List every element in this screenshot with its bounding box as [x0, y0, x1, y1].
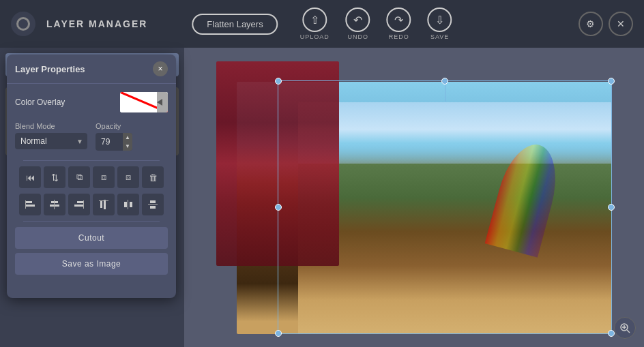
upload-label: UPLOAD	[300, 33, 330, 40]
distribute-h-icon	[123, 199, 134, 210]
app-logo	[11, 12, 35, 36]
svg-rect-17	[99, 200, 108, 201]
send-back-button[interactable]: ⧈	[93, 166, 115, 188]
center-vertical-button[interactable]: ⇅	[44, 166, 65, 188]
align-right-icon	[74, 199, 85, 210]
redo-label: REDO	[389, 33, 409, 40]
handle-bottom-right[interactable]	[608, 330, 615, 337]
close-button[interactable]: ✕	[609, 12, 633, 36]
flatten-layers-button[interactable]: Flatten Layers	[192, 14, 278, 35]
save-icon: ⇩	[428, 7, 452, 32]
settings-button[interactable]: ⚙	[579, 12, 603, 36]
svg-rect-23	[148, 204, 158, 205]
duplicate-button[interactable]: ⧉	[68, 166, 90, 188]
color-swatch-svg	[120, 92, 168, 112]
align-left-icon	[25, 199, 35, 210]
color-overlay-label: Color Overlay	[15, 97, 65, 107]
modal-body: Color Overlay Blend Mode Normal Multiply	[7, 84, 176, 287]
handle-top-center[interactable]	[441, 78, 448, 85]
distribute-v-icon	[147, 199, 158, 210]
svg-rect-21	[150, 200, 156, 203]
align-left-button[interactable]	[19, 194, 41, 215]
align-center-h-button[interactable]	[44, 194, 65, 215]
save-label: SAVE	[430, 33, 449, 40]
distribute-v-button[interactable]	[142, 194, 164, 215]
selection-box	[278, 80, 612, 334]
tool-row-2	[15, 194, 168, 215]
align-right-button[interactable]	[68, 194, 90, 215]
svg-rect-15	[100, 201, 102, 208]
save-as-image-button[interactable]: Save as Image	[15, 253, 168, 275]
tool-row-1: ⏮ ⇅ ⧉ ⧈ ⧇ 🗑	[15, 166, 168, 188]
undo-icon: ↶	[346, 7, 370, 32]
blend-mode-group: Blend Mode Normal Multiply Screen Overla…	[15, 122, 87, 151]
handle-middle-right[interactable]	[608, 204, 615, 211]
svg-rect-13	[74, 205, 84, 207]
opacity-label: Opacity	[96, 122, 121, 130]
divider-2	[23, 221, 160, 222]
skip-back-button[interactable]: ⏮	[19, 166, 41, 188]
svg-rect-6	[25, 201, 32, 203]
svg-rect-8	[25, 200, 26, 209]
svg-rect-19	[130, 202, 132, 207]
distribute-h-button[interactable]	[117, 194, 139, 215]
opacity-input-wrapper: ▲ ▼	[96, 133, 132, 151]
handle-middle-left[interactable]	[275, 204, 282, 211]
redo-button[interactable]: ↷ REDO	[387, 7, 411, 40]
canvas-inner	[216, 61, 612, 334]
top-center-toolbar: Flatten Layers ⇧ UPLOAD ↶ UNDO ↷ REDO ⇩ …	[192, 7, 452, 40]
divider-1	[23, 160, 160, 161]
zoom-button[interactable]	[614, 317, 636, 339]
blend-mode-select[interactable]: Normal Multiply Screen Overlay Darken Li…	[15, 133, 87, 149]
svg-rect-20	[128, 200, 128, 209]
svg-line-25	[627, 330, 630, 333]
svg-rect-18	[124, 202, 127, 207]
upload-button[interactable]: ⇧ UPLOAD	[300, 7, 330, 40]
svg-rect-12	[77, 201, 84, 203]
opacity-group: Opacity ▲ ▼	[96, 122, 168, 151]
handle-bottom-left[interactable]	[275, 330, 282, 337]
svg-rect-11	[54, 200, 55, 209]
cutout-button[interactable]: Cutout	[15, 227, 168, 249]
svg-rect-7	[25, 205, 35, 207]
opacity-up-button[interactable]: ▲	[123, 133, 132, 142]
app-logo-inner	[16, 17, 30, 31]
opacity-arrows: ▲ ▼	[123, 133, 132, 151]
top-bar: LAYER MANAGER Flatten Layers ⇧ UPLOAD ↶ …	[0, 0, 644, 48]
top-right-buttons: ⚙ ✕	[579, 12, 633, 36]
redo-icon: ↷	[387, 7, 411, 32]
color-overlay-row: Color Overlay	[15, 92, 168, 112]
toolbar-icons: ⇧ UPLOAD ↶ UNDO ↷ REDO ⇩ SAVE	[300, 7, 452, 40]
modal-title: Layer Properties	[15, 64, 85, 74]
opacity-input[interactable]	[96, 134, 123, 150]
canvas-area	[184, 48, 644, 347]
modal-close-button[interactable]: ×	[153, 61, 168, 76]
svg-rect-16	[104, 200, 106, 209]
bring-front-button[interactable]: ⧇	[117, 166, 139, 188]
svg-rect-22	[150, 206, 156, 209]
opacity-down-button[interactable]: ▼	[123, 142, 132, 151]
color-swatch[interactable]	[120, 92, 168, 112]
align-top-icon	[98, 199, 109, 210]
blend-mode-label: Blend Mode	[15, 122, 87, 130]
layer-properties-modal: Layer Properties × Color Overlay Blend M…	[7, 55, 176, 298]
blend-opacity-row: Blend Mode Normal Multiply Screen Overla…	[15, 122, 168, 151]
handle-top-right[interactable]	[608, 78, 615, 85]
zoom-icon	[619, 322, 631, 334]
align-center-h-icon	[49, 199, 60, 210]
save-button[interactable]: ⇩ SAVE	[428, 7, 452, 40]
align-top-button[interactable]	[93, 194, 115, 215]
delete-button[interactable]: 🗑	[142, 166, 164, 188]
undo-button[interactable]: ↶ UNDO	[346, 7, 370, 40]
blend-select-wrapper: Normal Multiply Screen Overlay Darken Li…	[15, 133, 87, 149]
upload-icon: ⇧	[302, 7, 327, 32]
modal-header: Layer Properties ×	[7, 55, 176, 84]
app-title: LAYER MANAGER	[46, 18, 147, 29]
undo-label: UNDO	[347, 33, 368, 40]
svg-rect-14	[83, 200, 84, 209]
handle-top-left[interactable]	[275, 78, 282, 85]
